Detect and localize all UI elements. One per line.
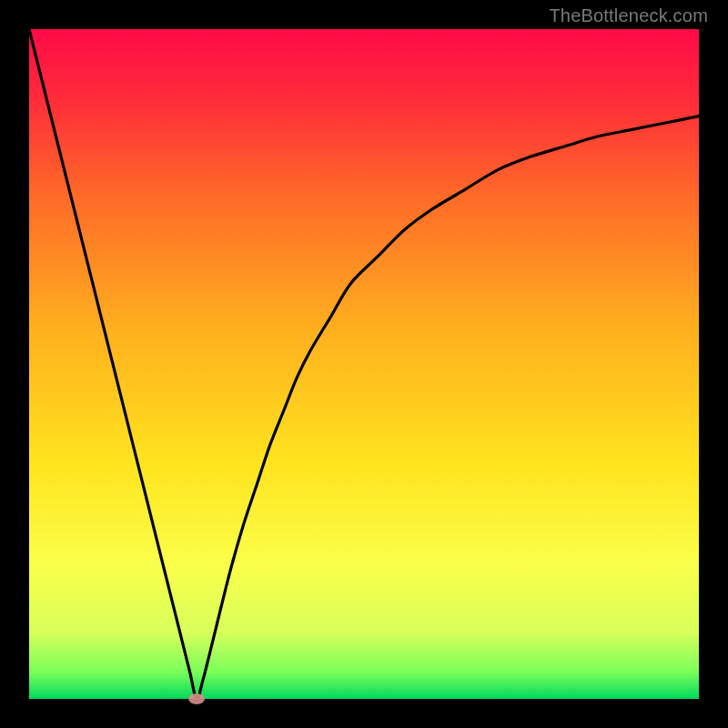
optimal-point-marker <box>188 693 205 704</box>
chart-frame: TheBottleneck.com <box>0 0 728 728</box>
bottleneck-chart <box>0 0 728 728</box>
attribution-label: TheBottleneck.com <box>549 5 708 26</box>
plot-background <box>29 29 699 699</box>
